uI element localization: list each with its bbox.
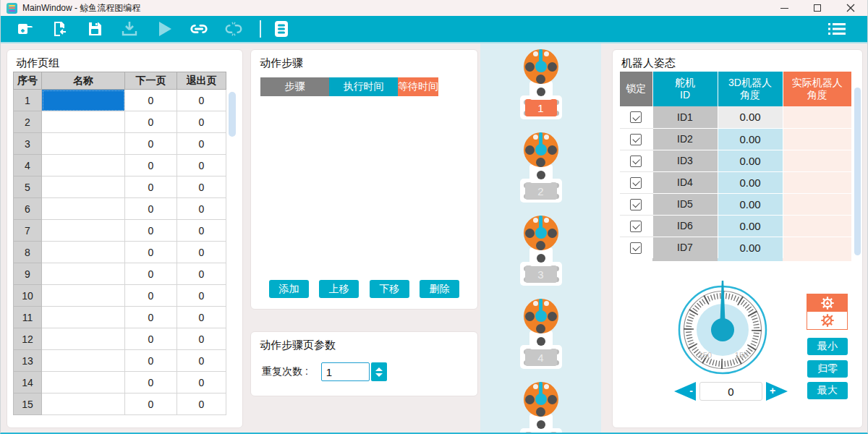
servo-id-cell[interactable]: ID1 xyxy=(652,106,718,128)
exit-page-cell[interactable]: 0 xyxy=(177,285,226,307)
increase-angle-button[interactable]: + xyxy=(766,382,788,401)
exit-page-cell[interactable]: 0 xyxy=(177,155,226,176)
name-cell[interactable] xyxy=(42,176,125,198)
repeat-count-input[interactable] xyxy=(321,362,370,381)
actual-angle-cell[interactable] xyxy=(783,106,851,128)
angle-3d-cell[interactable]: 0.00 xyxy=(718,193,783,215)
exit-page-cell[interactable]: 0 xyxy=(177,263,226,285)
row-index-cell[interactable]: 15 xyxy=(14,393,42,415)
angle-gauge-dial[interactable]: -150 150 xyxy=(672,279,773,380)
row-index-cell[interactable]: 7 xyxy=(14,220,42,242)
name-cell[interactable] xyxy=(42,111,125,133)
minimize-button[interactable] xyxy=(767,0,801,16)
servo-unit[interactable]: 3 xyxy=(512,216,570,286)
servo-unit[interactable] xyxy=(512,382,570,434)
name-cell[interactable] xyxy=(42,263,125,285)
device-list-icon[interactable] xyxy=(271,19,292,39)
run-icon[interactable] xyxy=(154,19,174,39)
name-cell[interactable] xyxy=(42,242,125,263)
servo-id-cell[interactable]: ID7 xyxy=(652,237,718,258)
row-index-cell[interactable]: 3 xyxy=(14,133,42,155)
servo-id-cell[interactable]: ID4 xyxy=(652,171,718,193)
next-page-cell[interactable]: 0 xyxy=(125,198,177,220)
step-action-button[interactable]: 上移 xyxy=(319,280,359,298)
name-cell[interactable] xyxy=(42,155,125,176)
max-angle-button[interactable]: 最大 xyxy=(807,382,848,399)
servo-id-cell[interactable]: ID3 xyxy=(652,150,718,171)
next-page-cell[interactable]: 0 xyxy=(125,372,177,393)
servo-id-cell[interactable]: ID5 xyxy=(652,193,718,215)
next-page-cell[interactable]: 0 xyxy=(125,242,177,263)
download-icon[interactable] xyxy=(119,19,140,39)
row-index-cell[interactable]: 5 xyxy=(14,176,42,198)
name-cell[interactable] xyxy=(42,198,125,220)
name-cell[interactable] xyxy=(42,393,125,415)
next-page-cell[interactable]: 0 xyxy=(125,285,177,307)
gauge-knob[interactable] xyxy=(711,318,734,341)
row-index-cell[interactable]: 6 xyxy=(14,198,42,220)
servo-id-cell[interactable]: ID2 xyxy=(652,128,718,150)
angle-3d-cell[interactable]: 0.00 xyxy=(718,106,783,128)
row-index-cell[interactable]: 13 xyxy=(14,350,42,372)
spin-up-icon[interactable] xyxy=(375,367,383,371)
row-index-cell[interactable]: 10 xyxy=(14,285,42,307)
actual-angle-cell[interactable] xyxy=(783,237,851,258)
actual-angle-cell[interactable] xyxy=(783,150,851,171)
next-page-cell[interactable]: 0 xyxy=(125,111,177,133)
row-index-cell[interactable]: 4 xyxy=(14,155,42,176)
pages-scrollbar[interactable] xyxy=(229,92,236,137)
row-index-cell[interactable]: 14 xyxy=(14,372,42,393)
row-index-cell[interactable]: 12 xyxy=(14,328,42,350)
lock-checkbox[interactable] xyxy=(630,199,642,210)
next-page-cell[interactable]: 0 xyxy=(125,393,177,415)
row-index-cell[interactable]: 8 xyxy=(14,242,42,263)
servo-unit[interactable]: 2 xyxy=(512,132,570,203)
exit-page-cell[interactable]: 0 xyxy=(177,198,226,220)
zero-angle-button[interactable]: 归零 xyxy=(807,360,848,378)
lock-checkbox[interactable] xyxy=(630,156,642,167)
lock-checkbox[interactable] xyxy=(630,134,642,145)
servo-lock-on-button[interactable] xyxy=(807,294,847,312)
name-cell[interactable] xyxy=(42,350,125,372)
unlink-icon[interactable] xyxy=(224,19,244,39)
exit-page-cell[interactable]: 0 xyxy=(177,242,226,263)
row-index-cell[interactable]: 1 xyxy=(14,90,42,111)
exit-page-cell[interactable]: 0 xyxy=(177,372,226,393)
exit-page-cell[interactable]: 0 xyxy=(177,393,226,415)
steps-column-header[interactable]: 步骤 xyxy=(260,77,329,96)
name-cell[interactable] xyxy=(42,372,125,393)
lock-checkbox[interactable] xyxy=(630,242,642,254)
actual-angle-cell[interactable] xyxy=(783,193,851,215)
exit-page-cell[interactable]: 0 xyxy=(177,220,226,242)
actual-angle-cell[interactable] xyxy=(783,171,851,193)
close-button[interactable] xyxy=(834,0,867,16)
angle-3d-cell[interactable]: 0.00 xyxy=(718,150,783,171)
step-action-button[interactable]: 下移 xyxy=(370,280,409,298)
servo-unit[interactable]: 4 xyxy=(512,299,570,370)
actual-angle-cell[interactable] xyxy=(783,215,851,237)
servo-unit[interactable]: 1 xyxy=(512,49,570,120)
decrease-angle-button[interactable]: - xyxy=(674,382,696,401)
servo-id-cell[interactable]: ID6 xyxy=(652,215,718,237)
exit-page-cell[interactable]: 0 xyxy=(177,90,226,111)
angle-3d-cell[interactable]: 0.00 xyxy=(718,128,783,150)
name-cell[interactable] xyxy=(42,90,125,111)
spin-down-icon[interactable] xyxy=(375,373,383,377)
next-page-cell[interactable]: 0 xyxy=(125,133,177,155)
exit-page-cell[interactable]: 0 xyxy=(177,111,226,133)
row-index-cell[interactable]: 11 xyxy=(14,307,42,328)
next-page-cell[interactable]: 0 xyxy=(125,176,177,198)
name-cell[interactable] xyxy=(42,307,125,328)
repeat-count-stepper[interactable] xyxy=(371,362,387,381)
exit-page-cell[interactable]: 0 xyxy=(177,176,226,198)
step-action-button[interactable]: 添加 xyxy=(269,280,309,298)
min-angle-button[interactable]: 最小 xyxy=(807,338,848,355)
next-page-cell[interactable]: 0 xyxy=(125,307,177,328)
next-page-cell[interactable]: 0 xyxy=(125,155,177,176)
actual-angle-cell[interactable] xyxy=(783,128,851,150)
menu-icon[interactable] xyxy=(827,19,847,39)
pose-scrollbar[interactable] xyxy=(854,88,861,255)
new-file-icon[interactable] xyxy=(15,19,35,39)
exit-page-cell[interactable]: 0 xyxy=(177,328,226,350)
save-file-icon[interactable] xyxy=(85,19,105,39)
